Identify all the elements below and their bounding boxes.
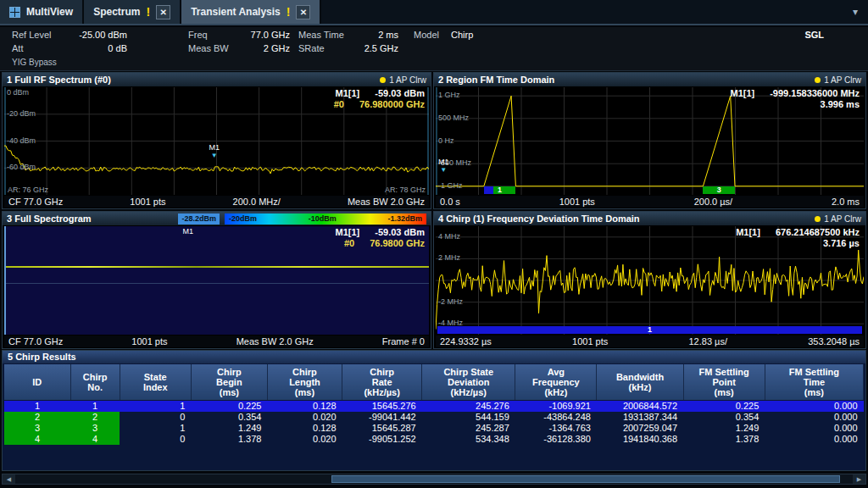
close-tab-icon[interactable]: ✕ [156, 5, 170, 19]
results-cell: 0.128 [267, 401, 342, 413]
footer-item: 12.83 µs/ [688, 336, 726, 347]
footer-item: Frame # 0 [382, 336, 425, 347]
region-indicator: 1 [484, 186, 516, 194]
results-cell: 0.225 [683, 401, 765, 413]
results-cell: 0 [120, 412, 191, 423]
rf-spectrum-graph[interactable]: M1[1]-59.03 dBm #076.980000 GHz M1▼ AR: … [4, 87, 429, 195]
axis-label: 0 Hz [438, 136, 454, 145]
ref-level-value[interactable]: -25.00 dBm [49, 30, 127, 40]
multiview-grid-icon [9, 7, 20, 18]
scroll-right-icon[interactable]: ▶ [853, 474, 865, 484]
results-column-header: Chirp StateDeviation(kHz/µs) [422, 364, 515, 401]
region-indicator: 1 [437, 326, 862, 334]
results-cell: 1 [70, 401, 120, 413]
footer-item: 1001 pts [131, 336, 167, 347]
model-value[interactable]: Chirp [451, 30, 473, 40]
att-value[interactable]: 0 dB [49, 43, 127, 53]
footer-item: 200.0 µs/ [694, 197, 732, 207]
srate-label: SRate [298, 43, 325, 53]
trace-color-icon [815, 77, 821, 83]
results-cell: 1.378 [683, 434, 765, 445]
panel-title: 1 Full RF Spectrum (#0) [7, 75, 111, 85]
results-cell: 0.000 [765, 412, 863, 423]
footer-item: Meas BW 2.0 GHz [348, 197, 425, 207]
panel-footer: 224.9332 µs1001 pts12.83 µs/353.2048 µs [436, 336, 864, 347]
results-row[interactable]: 4401.3780.020-99051.252534.348-36128.380… [4, 434, 864, 445]
results-column-header: ID [4, 364, 70, 401]
ref-level-label: Ref Level [12, 30, 51, 40]
results-column-header: AvgFrequency(kHz) [515, 364, 597, 401]
footer-item: 1001 pts [559, 197, 595, 207]
att-label: Att [12, 43, 23, 53]
results-cell: 4 [70, 434, 120, 445]
footer-item: 200.0 MHz/ [233, 197, 281, 207]
marker-m1-flag[interactable]: M1▼ [438, 158, 449, 174]
settings-bar: Ref Level -25.00 dBm Freq 77.0 GHz Meas … [0, 27, 868, 71]
axis-label: -2 MHz [438, 297, 463, 306]
panel-footer: CF 77.0 GHz1001 ptsMeas BW 2.0 GHzFrame … [4, 336, 429, 347]
marker-readout: M1[1]676.214687500 kHz 3.716 µs [736, 227, 860, 249]
results-column-header: Bandwidth(kHz) [597, 364, 683, 401]
scrollbar-thumb[interactable] [331, 475, 840, 483]
tab-transient-analysis[interactable]: Transient Analysis ! ✕ [181, 0, 321, 24]
marker-down-icon: ▼ [438, 166, 449, 174]
spectrogram-left-boundary [4, 226, 6, 335]
results-cell: 2 [70, 412, 120, 423]
results-cell: 0.354 [683, 412, 765, 423]
footer-item: 224.9332 µs [440, 336, 492, 347]
results-cell: 0.128 [267, 423, 342, 434]
scale-label: -10dBm [309, 214, 337, 223]
spectrogram-graph[interactable]: M1 M1[1]-59.03 dBm #076.9800 GHz [4, 226, 429, 335]
fm-time-domain-graph[interactable]: M1[1]-999.158336000 MHz 3.996 ms M1▼ 1 G… [436, 87, 864, 195]
results-column-header: FM SettlingTime(ms) [765, 364, 863, 401]
meas-bw-value[interactable]: 2 GHz [225, 43, 290, 53]
results-cell: 534.348 [422, 434, 515, 445]
marker-readout: M1[1]-59.03 dBm #076.980000 GHz [334, 88, 425, 110]
sweep-mode-badge: SGL [804, 30, 824, 40]
footer-item: 353.2048 µs [808, 336, 860, 347]
results-row[interactable]: 3311.2490.12815645.287245.287-1364.76320… [4, 423, 864, 434]
scroll-left-icon[interactable]: ◀ [3, 474, 15, 484]
tab-overflow-caret[interactable]: ▾ [843, 6, 868, 18]
results-cell: 15645.287 [342, 423, 422, 434]
results-cell: 4 [4, 434, 70, 445]
results-cell: 544.159 [422, 412, 515, 423]
warning-icon: ! [287, 5, 291, 19]
close-tab-icon[interactable]: ✕ [296, 5, 310, 19]
freq-value[interactable]: 77.0 GHz [225, 30, 290, 40]
results-cell: -36128.380 [515, 434, 597, 445]
panel-title: 3 Full Spectrogram [7, 214, 92, 224]
axis-label: 500 MHz [438, 114, 469, 122]
srate-value[interactable]: 2.5 GHz [353, 43, 398, 53]
results-row[interactable]: 1110.2250.12815645.276245.276-1069.92120… [4, 401, 864, 413]
spectrogram-color-scale[interactable]: -20dBm-10dBm-1.32dBm [225, 214, 426, 225]
meas-time-value[interactable]: 2 ms [353, 30, 398, 40]
footer-item: Meas BW 2.0 GHz [236, 336, 314, 347]
horizontal-scrollbar[interactable]: ◀ ▶ [2, 474, 866, 485]
warning-icon: ! [146, 5, 150, 19]
spectrogram-faint-line [6, 283, 429, 284]
marker-m1-flag[interactable]: M1▼ [209, 144, 220, 159]
trace-color-icon [380, 77, 386, 83]
footer-item: 1001 pts [130, 197, 165, 207]
tab-multiview[interactable]: MultiView [0, 0, 84, 24]
results-cell: 0 [120, 434, 191, 445]
tab-bar: MultiView Spectrum ! ✕ Transient Analysi… [0, 0, 868, 25]
results-cell: -1069.921 [515, 401, 597, 413]
yig-bypass-label: YIG Bypass [12, 58, 57, 67]
tab-spectrum[interactable]: Spectrum ! ✕ [84, 0, 181, 24]
results-cell: 0.225 [191, 401, 267, 413]
results-cell: 1 [4, 401, 70, 413]
trace-badge: 1 AP Clrw [815, 75, 861, 85]
results-cell: -99041.442 [342, 412, 422, 423]
footer-item: 0.0 s [440, 197, 460, 207]
results-row[interactable]: 2200.3540.020-99041.442544.159-43864.248… [4, 412, 864, 423]
results-cell: -1364.763 [515, 423, 597, 434]
results-column-header: StateIndex [120, 364, 191, 401]
marker-m1-flag[interactable]: M1 [182, 227, 193, 236]
results-cell: 0.000 [765, 434, 863, 445]
frequency-deviation-graph[interactable]: M1[1]676.214687500 kHz 3.716 µs 4 MHz2 M… [436, 226, 864, 335]
tab-label: MultiView [26, 6, 73, 18]
freq-label: Freq [188, 30, 208, 40]
panel-region-fm-time-domain: 2 Region FM Time Domain 1 AP Clrw M1[1]-… [433, 72, 866, 209]
